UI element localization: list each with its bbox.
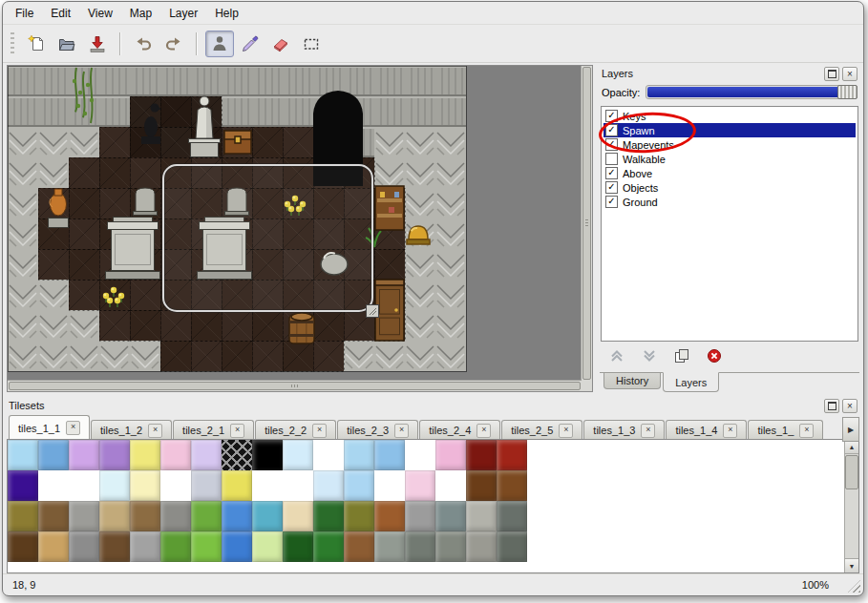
palette-tile[interactable] — [160, 501, 191, 531]
dock-tab-history[interactable]: History — [603, 372, 661, 389]
palette-tile[interactable] — [69, 470, 99, 501]
tileset-tab-tiles_1_[interactable]: tiles_1_× — [748, 420, 823, 439]
palette-tile[interactable] — [435, 440, 466, 470]
palette-tile[interactable] — [466, 531, 497, 562]
layer-checkbox[interactable]: ✓ — [605, 110, 618, 122]
palette-tile[interactable] — [8, 531, 38, 562]
layer-checkbox[interactable] — [605, 153, 618, 165]
palette-tile[interactable] — [130, 440, 160, 470]
tileset-tab-tiles_2_1[interactable]: tiles_2_1× — [173, 420, 254, 439]
palette-tile[interactable] — [130, 501, 160, 531]
palette-tile[interactable] — [283, 501, 313, 531]
layer-row-keys[interactable]: ✓Keys — [603, 109, 856, 123]
tileset-tab-tiles_1_1[interactable]: tiles_1_1× — [9, 415, 90, 439]
palette-tile[interactable] — [497, 470, 527, 501]
palette-tile[interactable] — [252, 531, 283, 562]
open-folder-button[interactable] — [53, 31, 81, 57]
scroll-thumb[interactable] — [845, 455, 858, 489]
palette-tile[interactable] — [191, 531, 222, 562]
toolbar-grip[interactable] — [11, 32, 14, 55]
palette-tile[interactable] — [191, 501, 222, 531]
close-tab-icon[interactable]: × — [148, 424, 162, 438]
undo-button[interactable] — [129, 31, 158, 57]
palette-tile[interactable] — [99, 470, 130, 501]
palette-tile[interactable] — [313, 531, 344, 562]
palette-tile[interactable] — [69, 531, 99, 562]
palette-tile[interactable] — [222, 501, 252, 531]
palette-tile[interactable] — [130, 531, 160, 562]
palette-tile[interactable] — [160, 531, 191, 562]
palette-tile[interactable] — [374, 501, 405, 531]
close-tab-icon[interactable]: × — [66, 421, 80, 435]
palette-tile[interactable] — [191, 440, 222, 470]
palette-tile[interactable] — [99, 531, 130, 562]
layer-row-objects[interactable]: ✓Objects — [603, 180, 856, 195]
close-tab-icon[interactable]: × — [230, 424, 244, 438]
close-tab-icon[interactable]: × — [799, 424, 814, 438]
dock-splitter[interactable] — [593, 65, 600, 392]
palette-tile[interactable] — [252, 501, 283, 531]
close-tab-icon[interactable]: × — [312, 424, 327, 438]
delete-layer-button[interactable] — [703, 347, 726, 368]
map-vscroll-thumb[interactable] — [582, 67, 591, 380]
layer-row-ground[interactable]: ✓Ground — [603, 195, 856, 209]
palette-tile[interactable] — [344, 470, 374, 501]
close-tab-icon[interactable]: × — [641, 424, 655, 438]
tileset-tab-tiles_1_2[interactable]: tiles_1_2× — [91, 420, 172, 439]
palette-tile[interactable] — [374, 440, 405, 470]
palette-tile[interactable] — [313, 501, 344, 531]
menu-view[interactable]: View — [79, 5, 121, 22]
layer-checkbox[interactable]: ✓ — [605, 138, 618, 151]
palette-tile[interactable] — [283, 440, 313, 470]
palette-tile[interactable] — [8, 440, 38, 470]
palette-tile[interactable] — [222, 470, 252, 501]
save-export-button[interactable] — [83, 31, 112, 57]
dock-tab-layers[interactable]: Layers — [663, 372, 719, 392]
palette-tile[interactable] — [344, 501, 374, 531]
new-document-button[interactable] — [22, 31, 51, 57]
palette-tile[interactable] — [99, 501, 130, 531]
menu-map[interactable]: Map — [121, 5, 160, 22]
palette-tile[interactable] — [497, 531, 527, 562]
scroll-down-button[interactable]: ▼ — [845, 558, 858, 572]
palette-tile[interactable] — [497, 501, 527, 531]
scroll-up-button[interactable]: ▲ — [845, 440, 858, 454]
palette-tile[interactable] — [130, 470, 160, 501]
palette-tile[interactable] — [313, 440, 344, 470]
palette-tile[interactable] — [38, 501, 69, 531]
select-tool-button[interactable] — [297, 31, 326, 57]
map-canvas[interactable] — [8, 66, 467, 372]
tileset-tab-tiles_2_5[interactable]: tiles_2_5× — [501, 420, 582, 439]
layer-row-spawn[interactable]: ✓Spawn — [603, 123, 856, 137]
resize-grip[interactable] — [848, 580, 860, 593]
layer-row-above[interactable]: ✓Above — [603, 166, 856, 180]
palette-tile[interactable] — [252, 470, 283, 501]
tab-scroll-right-button[interactable]: ▶ — [842, 417, 859, 442]
palette-tile[interactable] — [38, 470, 69, 501]
palette-tile[interactable] — [466, 440, 497, 470]
palette-tile[interactable] — [435, 470, 466, 501]
opacity-slider-handle[interactable] — [837, 85, 857, 99]
layer-row-mapevents[interactable]: ✓Mapevents — [603, 137, 856, 152]
close-tab-icon[interactable]: × — [559, 424, 573, 438]
palette-tile[interactable] — [38, 531, 69, 562]
palette-tile[interactable] — [405, 470, 435, 501]
palette-tile[interactable] — [252, 440, 283, 470]
map-hscroll-thumb[interactable] — [9, 382, 581, 390]
palette-tile[interactable] — [313, 470, 344, 501]
palette-tile[interactable] — [160, 470, 191, 501]
layer-checkbox[interactable]: ✓ — [605, 196, 618, 208]
layer-checkbox[interactable]: ✓ — [605, 167, 618, 179]
redo-button[interactable] — [159, 31, 188, 57]
menu-help[interactable]: Help — [206, 5, 247, 22]
tilesets-close-button[interactable]: × — [842, 399, 857, 413]
palette-tile[interactable] — [374, 470, 405, 501]
eraser-tool-button[interactable] — [266, 31, 295, 57]
palette-tile[interactable] — [69, 501, 99, 531]
tileset-tab-tiles_1_4[interactable]: tiles_1_4× — [666, 420, 747, 439]
menu-file[interactable]: File — [7, 5, 42, 22]
raise-layer-button[interactable] — [605, 347, 628, 368]
stamp-tool-button[interactable] — [205, 31, 234, 57]
map-hscrollbar[interactable] — [8, 380, 582, 391]
palette-tile[interactable] — [466, 501, 497, 531]
